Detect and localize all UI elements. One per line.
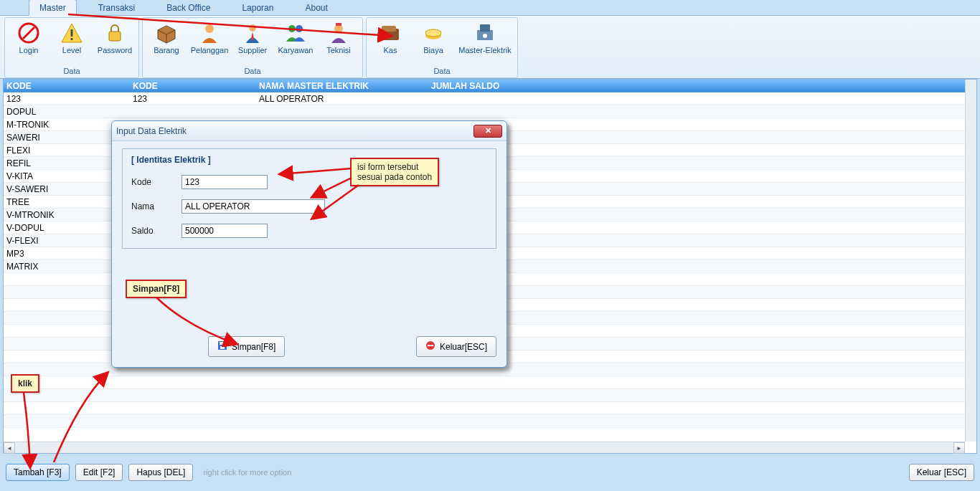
dialog-title: Input Data Elektrik [116, 126, 473, 136]
ribbon-group-label: Data [143, 65, 362, 77]
tambah-button[interactable]: Tambah [F3] [6, 464, 70, 481]
table-row [4, 376, 976, 389]
svg-rect-16 [480, 24, 490, 32]
scroll-right-icon[interactable]: ► [953, 442, 965, 454]
ribbon-group-auth: Login Level Password Data [4, 17, 139, 78]
callout-simpan: Simpan[F8] [126, 280, 187, 298]
svg-point-8 [296, 25, 303, 32]
stop-icon [425, 340, 435, 353]
svg-rect-12 [382, 26, 396, 32]
cell: 123 [4, 94, 130, 104]
col-kode2[interactable]: KODE [130, 81, 256, 91]
cancel-icon [17, 22, 40, 44]
svg-rect-4 [109, 32, 121, 41]
ribbon-master-elektrik[interactable]: Master-Elektrik [457, 20, 513, 65]
svg-rect-10 [336, 23, 341, 26]
ribbon-barang[interactable]: Barang [147, 20, 186, 65]
hscrollbar[interactable]: ◄ ► [4, 442, 965, 453]
box-icon [155, 22, 178, 44]
warning-icon [60, 22, 83, 44]
simpan-button[interactable]: Simpan[F8] [208, 336, 285, 357]
saldo-label: Saldo [131, 226, 182, 236]
tab-laporan[interactable]: Laporan [232, 0, 283, 15]
tab-master[interactable]: Master [29, 0, 77, 16]
ribbon-kas[interactable]: Kas [371, 20, 410, 65]
edit-button[interactable]: Edit [F2] [75, 464, 123, 481]
ribbon-password[interactable]: Password [95, 20, 134, 65]
col-kode[interactable]: KODE [4, 81, 130, 91]
svg-point-5 [205, 24, 214, 33]
footer-bar: Tambah [F3] Edit [F2] Hapus [DEL] right … [3, 457, 977, 488]
ribbon-supplier[interactable]: Supplier [233, 20, 272, 65]
svg-point-17 [483, 34, 487, 38]
identitas-fieldset: [ Identitas Elektrik ] Kode Nama Saldo [122, 148, 496, 249]
svg-point-6 [249, 24, 256, 32]
svg-rect-3 [71, 38, 73, 40]
ribbon-login[interactable]: Login [9, 20, 48, 65]
saldo-input[interactable] [182, 224, 268, 238]
register-icon [473, 22, 496, 44]
keluar-button[interactable]: Keluar [ESC] [909, 464, 974, 481]
wallet-icon [379, 22, 402, 44]
svg-point-7 [288, 25, 296, 32]
ribbon-group-label: Data [5, 65, 138, 77]
cell: 123 [130, 94, 256, 104]
ribbon-group-master: Barang Pelanggan Supplier Karyawan [142, 17, 363, 78]
nama-input[interactable] [182, 199, 325, 214]
svg-point-14 [425, 29, 441, 37]
tab-about[interactable]: About [295, 0, 337, 15]
table-row [4, 389, 976, 402]
person-tie-icon [241, 22, 264, 44]
ribbon-pelanggan[interactable]: Pelanggan [190, 20, 229, 65]
kode-input[interactable] [182, 175, 268, 189]
ribbon-biaya[interactable]: Biaya [414, 20, 453, 65]
cash-icon [422, 22, 445, 44]
footer-hint: right click for more option [203, 468, 291, 477]
grid-header: KODE KODE NAMA MASTER ELEKTRIK JUMLAH SA… [4, 80, 976, 92]
ribbon-karyawan[interactable]: Karyawan [276, 20, 315, 65]
save-icon [217, 340, 227, 353]
person-icon [198, 22, 221, 44]
people-icon [284, 22, 307, 44]
col-jumlah[interactable]: JUMLAH SALDO [428, 81, 600, 91]
ribbon-tabs: Master Transaksi Back Office Laporan Abo… [0, 0, 980, 16]
table-row[interactable]: DOPUL [4, 105, 976, 118]
scroll-left-icon[interactable]: ◄ [4, 442, 15, 454]
tab-backoffice[interactable]: Back Office [156, 0, 220, 15]
svg-rect-22 [428, 345, 433, 346]
ribbon-group-fin: Kas Biaya Master-Elektrik Data [366, 17, 518, 78]
dialog-titlebar[interactable]: Input Data Elektrik ✕ [112, 121, 507, 141]
table-row[interactable]: 123123ALL OPERATOR [4, 92, 976, 105]
kode-label: Kode [131, 177, 182, 187]
svg-rect-2 [71, 29, 73, 37]
dialog-keluar-button[interactable]: Keluar[ESC] [416, 336, 496, 357]
cell: DOPUL [4, 107, 130, 117]
nama-label: Nama [131, 201, 182, 211]
callout-fill-form: isi form tersebut sesuai pada contoh [350, 158, 439, 186]
close-icon[interactable]: ✕ [473, 125, 502, 138]
table-row [4, 402, 976, 415]
ribbon: Login Level Password Data [0, 16, 980, 79]
svg-rect-19 [220, 342, 225, 345]
svg-rect-20 [220, 346, 225, 349]
cell: ALL OPERATOR [256, 94, 428, 104]
callout-klik: klik [11, 374, 39, 393]
vscrollbar[interactable] [965, 80, 976, 442]
dialog-keluar-label: Keluar[ESC] [440, 342, 487, 352]
input-data-elektrik-dialog: Input Data Elektrik ✕ [ Identitas Elektr… [111, 120, 507, 368]
hapus-button[interactable]: Hapus [DEL] [128, 464, 193, 481]
tab-transaksi[interactable]: Transaksi [88, 0, 146, 15]
col-nama[interactable]: NAMA MASTER ELEKTRIK [256, 81, 428, 91]
ribbon-group-label: Data [367, 65, 517, 77]
svg-line-1 [23, 27, 34, 39]
lock-icon [103, 22, 126, 44]
simpan-label: Simpan[F8] [232, 342, 275, 352]
ribbon-level[interactable]: Level [52, 20, 91, 65]
technician-icon [327, 22, 350, 44]
table-row [4, 415, 976, 428]
ribbon-teknisi[interactable]: Teknisi [319, 20, 358, 65]
